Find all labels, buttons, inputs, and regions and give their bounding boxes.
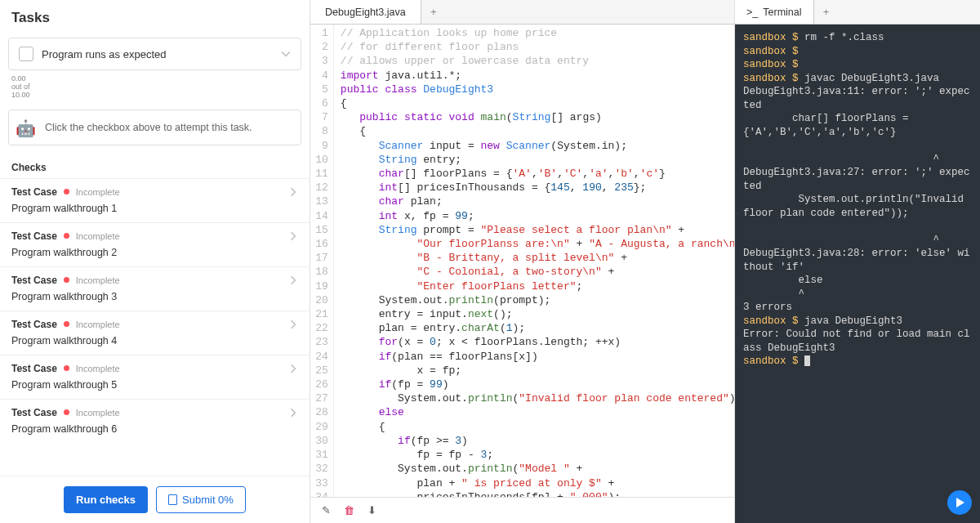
tasks-panel: Tasks Program runs as expected 0.00 out … xyxy=(0,0,310,523)
status-dot-icon xyxy=(64,277,69,283)
gutter: 1 2 3 4 5 6 7 8 9 10 11 12 13 14 15 16 1… xyxy=(310,25,334,497)
code-content[interactable]: // Application looks up home price // fo… xyxy=(334,25,734,497)
terminal-output[interactable]: sandbox $ rm -f *.class sandbox $ sandbo… xyxy=(735,25,980,523)
test-row[interactable]: Test CaseIncompleteProgram walkthrough 6 xyxy=(0,399,310,443)
status-text: Incomplete xyxy=(76,320,120,329)
test-case-label: Test Case xyxy=(11,275,57,286)
chevron-right-icon xyxy=(288,275,298,285)
chevron-right-icon xyxy=(288,320,298,329)
status-dot-icon xyxy=(64,233,69,239)
run-checks-button[interactable]: Run checks xyxy=(64,486,148,513)
action-row: Run checks Submit 0% xyxy=(0,476,310,523)
new-terminal-button[interactable]: + xyxy=(814,0,839,24)
hint-box: 🤖 Click the checkbox above to attempt th… xyxy=(8,110,301,145)
test-name: Program walkthrough 3 xyxy=(11,291,298,302)
play-button[interactable] xyxy=(947,490,972,515)
test-name: Program walkthrough 2 xyxy=(11,247,298,258)
test-row[interactable]: Test CaseIncompleteProgram walkthrough 5 xyxy=(0,355,310,399)
status-dot-icon xyxy=(64,321,69,327)
status-text: Incomplete xyxy=(76,187,120,197)
chevron-right-icon xyxy=(288,187,298,197)
edit-icon[interactable]: ✎ xyxy=(322,504,331,516)
task-item[interactable]: Program runs as expected xyxy=(8,38,301,70)
robot-icon: 🤖 xyxy=(16,118,36,138)
test-row[interactable]: Test CaseIncompleteProgram walkthrough 1 xyxy=(0,178,310,222)
terminal-cursor xyxy=(804,355,810,366)
status-text: Incomplete xyxy=(76,231,120,241)
chevron-right-icon xyxy=(288,364,298,373)
new-tab-button[interactable]: + xyxy=(421,0,446,24)
tasks-title: Tasks xyxy=(0,0,310,34)
test-name: Program walkthrough 5 xyxy=(11,379,298,391)
test-case-label: Test Case xyxy=(11,319,57,330)
status-dot-icon xyxy=(64,189,69,194)
code-editor[interactable]: 1 2 3 4 5 6 7 8 9 10 11 12 13 14 15 16 1… xyxy=(310,25,734,497)
score-display: 0.00 out of 10.00 xyxy=(11,75,310,100)
editor-toolbar: ✎ 🗑 ⬇ xyxy=(310,497,734,523)
download-icon[interactable]: ⬇ xyxy=(368,504,376,516)
terminal-tabs: >_ Terminal + xyxy=(735,0,980,25)
test-name: Program walkthrough 4 xyxy=(11,335,298,346)
editor-tabs: DebugEight3.java + xyxy=(310,0,734,25)
terminal-panel: >_ Terminal + sandbox $ rm -f *.class sa… xyxy=(735,0,980,523)
trash-icon[interactable]: 🗑 xyxy=(344,504,354,516)
task-label: Program runs as expected xyxy=(42,48,166,60)
status-text: Incomplete xyxy=(76,364,120,373)
document-icon xyxy=(168,494,177,505)
chevron-down-icon xyxy=(281,49,291,59)
test-name: Program walkthrough 1 xyxy=(11,203,298,214)
task-checkbox[interactable] xyxy=(19,47,33,61)
test-case-label: Test Case xyxy=(11,230,57,242)
test-case-label: Test Case xyxy=(11,186,57,198)
test-row[interactable]: Test CaseIncompleteProgram walkthrough 2 xyxy=(0,222,310,266)
test-case-label: Test Case xyxy=(11,363,57,374)
checks-header: Checks xyxy=(11,162,310,173)
status-text: Incomplete xyxy=(76,408,120,418)
editor-panel: DebugEight3.java + 1 2 3 4 5 6 7 8 9 10 … xyxy=(310,0,735,523)
test-row[interactable]: Test CaseIncompleteProgram walkthrough 4 xyxy=(0,311,310,355)
chevron-right-icon xyxy=(288,408,298,418)
chevron-right-icon xyxy=(288,231,298,241)
terminal-tab[interactable]: >_ Terminal xyxy=(735,0,814,24)
test-case-label: Test Case xyxy=(11,407,57,418)
test-row[interactable]: Test CaseIncompleteProgram walkthrough 3 xyxy=(0,266,310,311)
status-text: Incomplete xyxy=(76,275,120,285)
status-dot-icon xyxy=(64,409,69,415)
file-tab[interactable]: DebugEight3.java xyxy=(310,0,421,24)
play-icon xyxy=(956,498,964,507)
status-dot-icon xyxy=(64,365,69,371)
submit-button[interactable]: Submit 0% xyxy=(156,486,246,513)
test-name: Program walkthrough 6 xyxy=(11,423,298,435)
hint-text: Click the checkbox above to attempt this… xyxy=(45,122,252,133)
